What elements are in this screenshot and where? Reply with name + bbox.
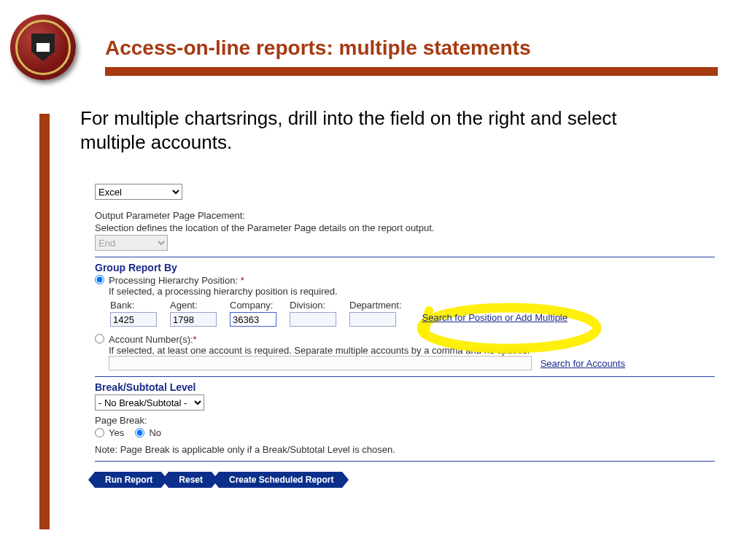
break-subtotal-select[interactable]: - No Break/Subtotal - — [95, 394, 204, 411]
acct-label: Account Number(s):* — [109, 334, 197, 345]
bank-input[interactable] — [110, 312, 157, 327]
proc-hier-label: Processing Hierarchy Position: * — [109, 275, 244, 286]
section-divider — [95, 376, 715, 377]
run-report-button[interactable]: Run Report — [95, 472, 161, 488]
radio-processing-hierarchy[interactable] — [95, 275, 104, 284]
page-break-label: Page Break: — [95, 415, 715, 426]
hierarchy-fields: Bank: Agent: Company: Division: Departme… — [109, 298, 581, 328]
page-break-note: Note: Page Break is applicable only if a… — [95, 444, 715, 455]
division-label: Division: — [290, 300, 348, 311]
placement-select[interactable]: End — [95, 235, 168, 251]
acct-help: If selected, at least one account is req… — [109, 345, 530, 356]
account-numbers-input[interactable] — [109, 356, 532, 370]
yes-label: Yes — [109, 427, 124, 438]
intro-text: For multiple chartsrings, drill into the… — [80, 106, 678, 154]
institution-seal-icon — [10, 15, 76, 80]
section-divider — [95, 461, 715, 462]
output-format-select[interactable]: Excel — [95, 184, 182, 200]
output-pp-label: Output Parameter Page Placement: — [95, 210, 715, 221]
agent-label: Agent: — [170, 300, 228, 311]
create-scheduled-report-button[interactable]: Create Scheduled Report — [219, 472, 342, 488]
left-accent-bar — [39, 114, 50, 529]
division-input[interactable] — [290, 312, 336, 327]
department-input[interactable] — [349, 312, 396, 327]
output-pp-help: Selection defines the location of the Pa… — [95, 222, 715, 233]
reset-button[interactable]: Reset — [169, 472, 212, 488]
company-label: Company: — [230, 300, 288, 311]
search-accounts-link[interactable]: Search for Accounts — [541, 358, 625, 369]
department-label: Department: — [349, 300, 414, 311]
section-divider — [95, 257, 715, 257]
report-form: Excel Output Parameter Page Placement: S… — [95, 182, 715, 488]
bank-label: Bank: — [110, 300, 169, 311]
group-report-by-title: Group Report By — [95, 262, 715, 273]
slide-title: Access-on-line reports: multiple stateme… — [105, 36, 530, 60]
title-underline — [105, 67, 718, 76]
page-break-no[interactable] — [135, 428, 144, 438]
page-break-yes[interactable] — [95, 428, 104, 438]
break-subtotal-title: Break/Subtotal Level — [95, 381, 715, 393]
proc-hier-help: If selected, a processing hierarchy posi… — [109, 286, 338, 297]
radio-account-numbers[interactable] — [95, 334, 104, 343]
search-position-link[interactable]: Search for Position or Add Multiple — [422, 312, 568, 323]
company-input[interactable] — [230, 312, 276, 327]
agent-input[interactable] — [170, 312, 217, 327]
no-label: No — [149, 427, 161, 438]
slide-header: Access-on-line reports: multiple stateme… — [0, 0, 747, 80]
